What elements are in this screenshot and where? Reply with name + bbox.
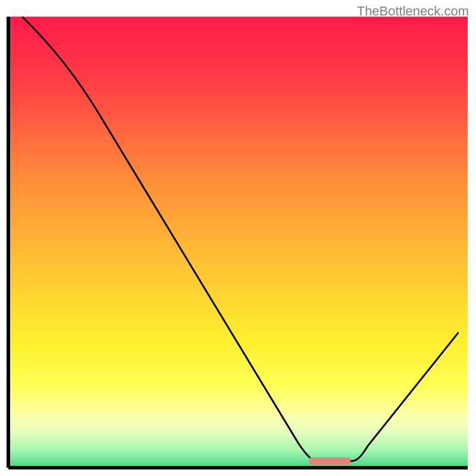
optimal-marker: [309, 458, 350, 465]
plot-background: [8, 17, 468, 468]
watermark-text: TheBottleneck.com: [357, 4, 469, 19]
bottleneck-chart: [0, 0, 476, 476]
chart-container: TheBottleneck.com: [0, 0, 476, 476]
